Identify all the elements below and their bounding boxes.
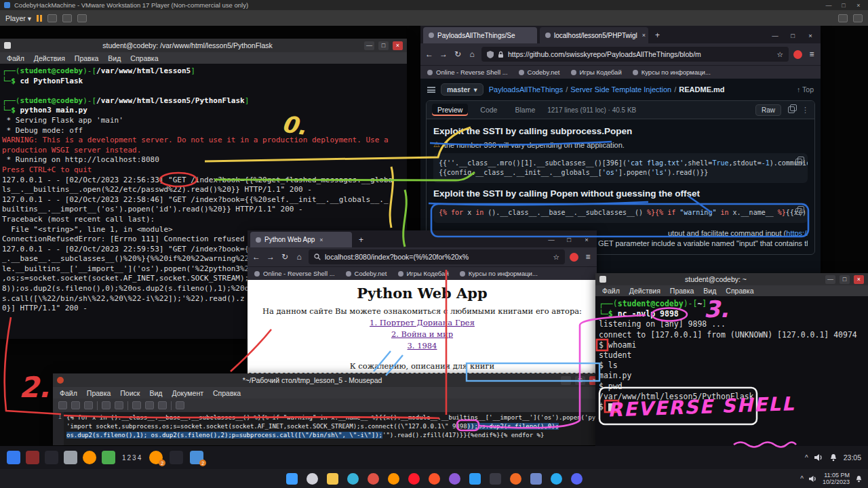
clock[interactable]: 23:05 <box>844 453 861 462</box>
forward-button[interactable]: → <box>439 49 448 59</box>
minimize-button[interactable]: — <box>825 275 835 284</box>
files-launcher-icon[interactable] <box>64 451 77 464</box>
menu-icon[interactable]: ≡ <box>807 49 816 59</box>
firefox-window-webapp[interactable]: Python Web App × + — □ × ← → ↻ ⌂ localho… <box>248 230 597 380</box>
suspend-vm-button[interactable] <box>37 15 42 22</box>
show-desktop-icon[interactable] <box>26 451 39 464</box>
menu-view[interactable]: Вид <box>108 54 121 62</box>
tab-localhost-phptwig[interactable]: localhost/lesson5/PHPTwigl × <box>540 27 648 43</box>
minimize-button[interactable]: — <box>768 32 783 39</box>
back-to-top-link[interactable]: ↑ Top <box>797 85 814 94</box>
url-bar[interactable]: https://github.com/swisskyrepo/PayloadsA… <box>481 47 789 62</box>
book-link-1984[interactable]: 3. 1984 <box>248 341 597 350</box>
profile-avatar[interactable] <box>793 50 802 59</box>
opera-icon[interactable] <box>408 473 420 485</box>
bookmark-games-codeby[interactable]: Игры Кодебай <box>398 270 449 277</box>
minimize-button[interactable]: — <box>544 236 559 243</box>
workspace-pager[interactable]: 1234 <box>122 454 142 462</box>
menu-document[interactable]: Документ <box>172 389 203 397</box>
file-explorer-icon[interactable] <box>327 473 338 485</box>
tab-preview[interactable]: Preview <box>432 104 468 116</box>
tab-python-web-app[interactable]: Python Web App × <box>250 232 352 247</box>
notifications-bell-icon[interactable] <box>829 453 837 462</box>
copy-icon[interactable] <box>795 208 802 215</box>
copy-icon[interactable] <box>145 401 154 409</box>
bookmark-codeby-net[interactable]: Codeby.net <box>519 68 560 76</box>
terminal-window-button[interactable] <box>170 451 183 464</box>
unity-button[interactable] <box>77 14 87 22</box>
menu-actions[interactable]: Действия <box>34 54 65 62</box>
close-button[interactable]: × <box>853 2 864 9</box>
edge-icon[interactable] <box>347 473 359 485</box>
menu-actions[interactable]: Действия <box>629 287 660 295</box>
copy-icon[interactable] <box>788 106 795 113</box>
tab-payloadsallthethings[interactable]: PayloadsAllTheThings/Se <box>423 27 537 43</box>
reload-button[interactable]: ↻ <box>280 252 290 262</box>
firefox-icon[interactable] <box>388 473 399 485</box>
tab-blame[interactable]: Blame <box>509 104 540 116</box>
new-file-icon[interactable] <box>58 401 67 409</box>
minimize-button[interactable]: — <box>364 41 374 50</box>
fullscreen-button[interactable] <box>62 14 72 22</box>
breadcrumb-repo[interactable]: PayloadsAllTheThings <box>489 85 563 94</box>
save-file-icon[interactable] <box>84 401 93 409</box>
maximize-button[interactable]: □ <box>378 41 389 50</box>
menu-search[interactable]: Поиск <box>120 389 140 397</box>
find-icon[interactable] <box>176 401 184 409</box>
volume-icon[interactable] <box>809 475 817 483</box>
host-clock[interactable]: 11:05 PM 10/2/2023 <box>823 472 850 485</box>
menu-icon[interactable]: ≡ <box>583 252 593 262</box>
book-link-war-and-peace[interactable]: 2. Война и мир <box>248 329 597 339</box>
firefox-window-button[interactable]: 2 <box>149 451 163 464</box>
new-tab-button[interactable]: + <box>355 235 368 245</box>
search-icon[interactable] <box>307 473 318 485</box>
maximize-button[interactable]: □ <box>838 2 849 9</box>
bookmark-courses[interactable]: Курсы по информаци... <box>460 270 538 277</box>
menu-file[interactable]: Файл <box>7 54 24 62</box>
minimize-button[interactable]: — <box>561 376 571 385</box>
ctrl-alt-del-button[interactable] <box>47 14 57 22</box>
menu-edit[interactable]: Правка <box>75 54 98 62</box>
bookmark-courses[interactable]: Курсы по информаци... <box>633 68 711 76</box>
chrome-icon[interactable] <box>368 473 379 485</box>
menu-edit[interactable]: Правка <box>87 389 111 397</box>
menu-file[interactable]: Файл <box>602 287 620 295</box>
tray-expand-icon[interactable]: ^ <box>805 454 808 462</box>
url-bar[interactable]: localhost:8080/index?book=(%%20for%20x% … <box>309 249 565 264</box>
home-button[interactable]: ⌂ <box>467 49 477 59</box>
start-button[interactable] <box>286 473 298 485</box>
tray-expand-icon[interactable]: ^ <box>800 475 804 483</box>
close-button[interactable]: × <box>393 41 403 50</box>
maximize-button[interactable]: □ <box>561 236 576 243</box>
menu-view[interactable]: Вид <box>149 389 162 397</box>
firefox-launcher-icon[interactable] <box>83 451 96 464</box>
kali-menu-icon[interactable] <box>7 451 20 464</box>
maximize-button[interactable]: □ <box>575 376 585 385</box>
editor-text[interactable]: {% for x in ().__class__.__base__.__subc… <box>64 412 604 445</box>
breadcrumb-folder[interactable]: Server Side Template Injection <box>570 85 671 94</box>
bookmark-online-reverse-shell[interactable]: Online - Reverse Shell ... <box>427 68 508 76</box>
brave-icon[interactable] <box>429 473 440 485</box>
menu-view[interactable]: Вид <box>703 287 716 295</box>
forward-button[interactable]: → <box>266 252 275 262</box>
terminal-window-netcat[interactable]: student@codeby: ~ — □ × Файл Действия Пр… <box>595 273 868 446</box>
bookmark-star-icon[interactable]: ☆ <box>777 50 783 58</box>
mousepad-window[interactable]: *~/Рабочий стол/tmp_lesson_5 - Mousepad … <box>53 373 604 445</box>
burpsuite-icon[interactable] <box>510 473 521 485</box>
volume-icon[interactable] <box>814 453 823 462</box>
close-button[interactable]: × <box>803 32 818 39</box>
menu-help[interactable]: Справка <box>726 287 753 295</box>
bookmark-codeby-net[interactable]: Codeby.net <box>346 270 387 277</box>
bookmark-star-icon[interactable]: ☆ <box>553 253 559 261</box>
copy-icon[interactable] <box>795 159 802 165</box>
terminal-titlebar[interactable]: student@codeby: /var/www/html/lesson5/Py… <box>0 39 407 52</box>
cut-icon[interactable] <box>132 401 141 409</box>
back-button[interactable]: ← <box>425 49 434 59</box>
profile-avatar[interactable] <box>570 253 578 262</box>
tab-code[interactable]: Code <box>475 104 502 116</box>
vmware-icon[interactable] <box>530 473 542 485</box>
notifications-bell-icon[interactable] <box>855 475 863 483</box>
paste-icon[interactable] <box>158 401 167 409</box>
telegram-icon[interactable] <box>551 473 562 485</box>
raw-button[interactable]: Raw <box>755 104 781 116</box>
